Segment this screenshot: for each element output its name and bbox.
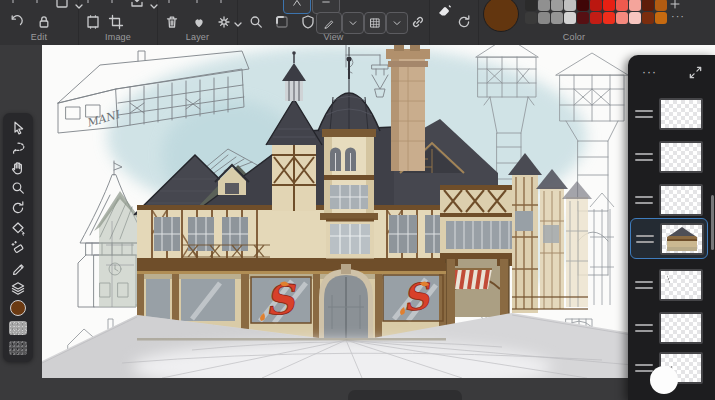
color-swatch[interactable] bbox=[616, 12, 628, 24]
layers-panel-header: ··· bbox=[628, 59, 715, 89]
toolbar-group-edit: Edit bbox=[0, 0, 79, 45]
bottom-bar bbox=[0, 378, 715, 400]
layer-drag-handle[interactable] bbox=[635, 281, 653, 293]
document-frame-icon[interactable] bbox=[85, 14, 101, 30]
clipped-icon bbox=[36, 0, 38, 3]
color-swatch[interactable] bbox=[655, 12, 667, 24]
eraser-icon[interactable] bbox=[436, 2, 452, 18]
color-swatch[interactable] bbox=[590, 12, 602, 24]
pencil-tool[interactable] bbox=[7, 258, 29, 278]
layer-row[interactable] bbox=[630, 137, 708, 178]
texture-swatch-dark[interactable] bbox=[7, 338, 29, 358]
toolbar-group-label: Color bbox=[479, 32, 669, 42]
white-color-circle[interactable] bbox=[650, 366, 678, 394]
color-swatch[interactable] bbox=[564, 0, 576, 11]
layer-drag-handle[interactable] bbox=[635, 324, 653, 336]
toolbar-group-layer: Layer bbox=[158, 0, 238, 45]
clipboard-icon[interactable] bbox=[54, 0, 70, 9]
texture-light-icon bbox=[9, 321, 27, 335]
color-swatch[interactable] bbox=[655, 0, 667, 11]
lasso-tool[interactable] bbox=[7, 138, 29, 158]
swatch-row-1 bbox=[525, 0, 667, 11]
color-swatch[interactable] bbox=[7, 298, 29, 318]
snap-icon[interactable] bbox=[274, 14, 290, 30]
color-swatch[interactable] bbox=[551, 0, 563, 11]
color-swatch[interactable] bbox=[629, 12, 641, 24]
layer-thumbnail[interactable] bbox=[659, 184, 703, 216]
canvas-artwork: MANI bbox=[42, 45, 715, 378]
tool-palette bbox=[3, 113, 33, 362]
crop-icon[interactable] bbox=[108, 14, 124, 30]
swatch-row-2 bbox=[525, 12, 667, 24]
move-tool[interactable] bbox=[7, 118, 29, 138]
chevron-down-icon[interactable] bbox=[342, 12, 364, 34]
layer-thumbnail[interactable] bbox=[659, 141, 703, 173]
color-swatch[interactable] bbox=[642, 12, 654, 24]
toolbar-group-color: ··· Color bbox=[479, 0, 715, 45]
layer-row[interactable] bbox=[630, 265, 708, 306]
bottom-panel-handle[interactable] bbox=[348, 390, 462, 400]
color-swatch[interactable] bbox=[590, 0, 602, 11]
current-color-circle[interactable] bbox=[483, 0, 519, 32]
zoom-tool[interactable] bbox=[7, 178, 29, 198]
zoom-icon[interactable] bbox=[248, 14, 264, 30]
layers-panel: ··· bbox=[628, 55, 715, 400]
layer-row[interactable] bbox=[630, 308, 708, 349]
toolbar-group-label: Image bbox=[79, 32, 157, 42]
selected-mode-button[interactable] bbox=[283, 0, 311, 14]
color-swatch[interactable] bbox=[616, 0, 628, 11]
canvas[interactable]: MANI bbox=[42, 45, 715, 378]
toolbar-group-image: Image bbox=[79, 0, 158, 45]
layer-drag-handle[interactable] bbox=[635, 110, 653, 122]
color-swatch[interactable] bbox=[525, 0, 537, 11]
swatch-grid bbox=[525, 0, 667, 25]
link-icon[interactable] bbox=[410, 14, 426, 30]
history-icon[interactable] bbox=[456, 14, 472, 30]
color-swatch[interactable] bbox=[564, 12, 576, 24]
undo-icon[interactable] bbox=[8, 14, 24, 30]
clipped-icon bbox=[220, 0, 222, 3]
layer-thumbnail[interactable] bbox=[659, 312, 703, 344]
hand-tool[interactable] bbox=[7, 158, 29, 178]
mask-icon[interactable] bbox=[191, 14, 207, 30]
color-swatch[interactable] bbox=[629, 0, 641, 11]
layer-thumbnail[interactable] bbox=[659, 98, 703, 130]
color-swatch[interactable] bbox=[603, 0, 615, 11]
layer-thumbnail[interactable] bbox=[660, 223, 704, 255]
layer-row[interactable] bbox=[630, 218, 708, 259]
shape-tool[interactable] bbox=[7, 218, 29, 238]
color-swatch[interactable] bbox=[577, 12, 589, 24]
color-swatch[interactable] bbox=[577, 0, 589, 11]
expand-icon[interactable] bbox=[688, 65, 703, 80]
trash-icon[interactable] bbox=[164, 14, 180, 30]
lock-icon[interactable] bbox=[36, 14, 52, 30]
layer-thumbnail[interactable] bbox=[659, 269, 703, 301]
chevron-down-icon[interactable] bbox=[386, 12, 408, 34]
color-swatch[interactable] bbox=[551, 12, 563, 24]
layer-drag-handle[interactable] bbox=[635, 153, 653, 165]
pen-toggle-icon[interactable] bbox=[316, 12, 342, 34]
export-icon[interactable] bbox=[129, 0, 145, 9]
layers-tool[interactable] bbox=[7, 278, 29, 298]
layer-row[interactable] bbox=[630, 180, 708, 221]
tool-color-circle bbox=[10, 300, 26, 316]
layers-more-button[interactable]: ··· bbox=[642, 65, 657, 79]
color-swatch[interactable] bbox=[642, 0, 654, 11]
texture-dark-icon bbox=[9, 341, 27, 355]
grid-toggle-icon[interactable] bbox=[364, 12, 386, 34]
clipped-icon bbox=[12, 0, 14, 3]
color-swatch[interactable] bbox=[525, 12, 537, 24]
panel-scrollbar[interactable] bbox=[711, 195, 714, 250]
toolbar-group-label: Edit bbox=[0, 32, 78, 42]
rotate-tool[interactable] bbox=[7, 198, 29, 218]
layer-row[interactable] bbox=[630, 94, 708, 135]
magic-eraser-tool[interactable] bbox=[7, 238, 29, 258]
color-swatch[interactable] bbox=[538, 12, 550, 24]
assistant-shield-icon[interactable] bbox=[300, 14, 316, 30]
toolbar-group-misc bbox=[430, 0, 479, 45]
layer-drag-handle[interactable] bbox=[636, 235, 654, 247]
texture-swatch-light[interactable] bbox=[7, 318, 29, 338]
color-swatch[interactable] bbox=[603, 12, 615, 24]
color-swatch[interactable] bbox=[538, 0, 550, 11]
layer-drag-handle[interactable] bbox=[635, 196, 653, 208]
